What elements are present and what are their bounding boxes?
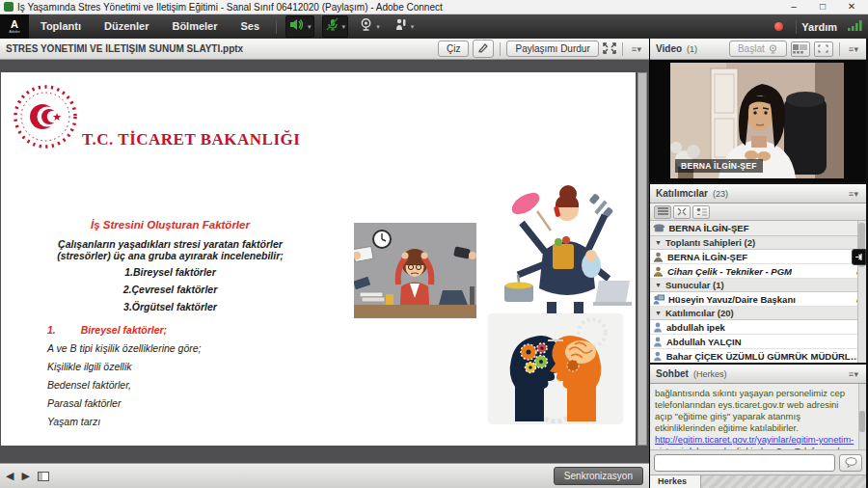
participant-name: Abdullah YALÇIN	[666, 337, 742, 347]
raise-hand-caret-icon[interactable]: ▾	[411, 23, 415, 31]
recording-indicator-icon	[774, 22, 783, 31]
attendee-icon	[653, 337, 663, 347]
microphone-muted-icon	[325, 17, 339, 36]
send-chat-icon[interactable]	[839, 454, 862, 472]
stressed-worker-image	[354, 223, 476, 322]
chat-pod-header: Sohbet (Herkes) ≡ ▾	[650, 365, 866, 384]
next-slide-button[interactable]: ▶	[21, 470, 29, 482]
shared-document-title: STRES YÖNETİMİ VE İLETİŞİM SUNUM SLAYTI.…	[6, 43, 243, 54]
multitasking-woman-image	[491, 180, 634, 325]
pointer-tool-button[interactable]	[473, 40, 494, 58]
maximize-button[interactable]: □	[808, 0, 837, 14]
participants-pod-menu-icon[interactable]: ≡ ▾	[846, 189, 860, 199]
previous-slide-button[interactable]: ◀	[6, 470, 14, 482]
chat-input[interactable]	[654, 454, 835, 472]
participant-row[interactable]: Abdullah YALÇIN	[650, 335, 866, 349]
breakout-view-icon[interactable]	[673, 205, 691, 219]
participants-scrollbar[interactable]	[857, 221, 866, 363]
titlebar: İş Yaşamında Stres Yönetimi ve İletişim …	[0, 0, 868, 14]
participant-name: Bahar ÇİÇEK ÜZÜMLÜ GÜMRÜK MÜDÜRLÜĞÜ	[666, 351, 863, 362]
sub-heading-number: 1.	[47, 324, 56, 336]
raise-hand-control[interactable]: ▾	[391, 15, 418, 38]
webcam-control[interactable]: ▾	[356, 15, 383, 38]
group-label: Katılımcılar (20)	[665, 308, 734, 318]
participants-pod-header: Katılımcılar (23) ≡ ▾	[650, 184, 866, 203]
video-layout-grid-icon[interactable]	[791, 41, 810, 57]
host-badge-icon	[653, 266, 664, 277]
menubar: A Adobe Toplantı Düzenler Bölmeler Ses ▾…	[0, 14, 868, 39]
chat-pod: Sohbet (Herkes) ≡ ▾ bağlantısında sıkınt…	[649, 365, 866, 488]
chat-tab-everyone[interactable]: Herkes	[650, 475, 701, 488]
sync-button[interactable]: Senkronizasyon	[554, 467, 643, 485]
close-button[interactable]: ✕	[837, 0, 866, 14]
adobe-logo: A Adobe	[0, 14, 29, 39]
ministry-title: T.C. TİCARET BAKANLIĞI	[82, 130, 300, 149]
menu-toplanti[interactable]: Toplantı	[29, 14, 93, 39]
video-feed: BERNA İLGİN-ŞEF	[650, 60, 866, 182]
start-webcam-label: Başlat	[738, 43, 765, 54]
video-pod-title: Video	[656, 43, 682, 54]
active-speaker-row[interactable]: ☎ BERNA İLGİN-ŞEF	[650, 221, 866, 236]
minimize-button[interactable]: –	[779, 0, 808, 14]
header-separator	[622, 42, 623, 56]
video-fullscreen-icon[interactable]	[814, 41, 833, 57]
menu-ses[interactable]: Ses	[230, 14, 272, 39]
group-header-participants[interactable]: ▼ Katılımcılar (20)	[650, 307, 866, 320]
menubar-right: Yardım	[774, 18, 868, 36]
attendee-icon	[653, 351, 663, 362]
chat-messages: bağlantısında sıkıntı yaşayan personelim…	[650, 384, 866, 450]
speaker-caret-icon[interactable]: ▾	[308, 23, 312, 31]
help-menu[interactable]: Yardım	[801, 21, 837, 33]
draw-button[interactable]: Çiz	[438, 41, 469, 57]
speaker-control[interactable]: ▾	[285, 15, 314, 38]
sub-item: Yaşam tarzı	[47, 413, 202, 431]
scrollbar-thumb[interactable]	[859, 411, 865, 432]
menu-bolmeler[interactable]: Bölmeler	[160, 14, 229, 39]
slide-intro-line2: (stresörler) üç ana gruba ayırarak incel…	[18, 250, 322, 261]
connection-signal-icon[interactable]	[847, 18, 862, 36]
ministry-logo-icon	[13, 84, 78, 153]
participant-row[interactable]: Cihan Çelik - Tekniker - PGM ✎	[650, 264, 866, 279]
webcam-caret-icon[interactable]: ▾	[376, 23, 380, 31]
stop-sharing-button[interactable]: Paylaşımı Durdur	[506, 41, 598, 57]
participant-name: BERNA İLGİN-ŞEF	[667, 252, 747, 262]
participants-toolbar	[650, 203, 866, 221]
slide-item-3: 3.Örgütsel faktörler	[18, 301, 322, 313]
list-view-icon[interactable]	[654, 205, 671, 219]
share-scrollbar[interactable]	[637, 72, 647, 446]
video-pod: Video (1) Başlat	[649, 39, 866, 182]
webcam-name-label: BERNA İLGİN-ŞEF	[675, 159, 763, 173]
chat-pod-menu-icon[interactable]: ≡ ▾	[846, 369, 860, 379]
microphone-caret-icon[interactable]: ▾	[342, 23, 346, 31]
window-controls: – □ ✕	[779, 0, 866, 14]
adobe-connect-window: İş Yaşamında Stres Yönetimi ve İletişim …	[0, 0, 868, 488]
status-view-icon[interactable]	[692, 205, 710, 219]
sidebar: Video (1) Başlat	[649, 39, 866, 488]
video-pod-header: Video (1) Başlat	[650, 39, 866, 60]
group-header-hosts[interactable]: ▼ Toplantı Sahipleri (2)	[650, 236, 866, 250]
menu-duzenler[interactable]: Düzenler	[93, 14, 160, 39]
phone-icon: ☎	[653, 223, 665, 233]
header-separator	[839, 42, 840, 56]
pointer-overlay-icon	[852, 249, 866, 265]
participant-row[interactable]: abdullah ipek	[650, 320, 866, 335]
sidebar-toggle-icon[interactable]	[38, 472, 49, 481]
start-webcam-button[interactable]: Başlat	[729, 41, 787, 57]
participant-row[interactable]: BERNA İLGİN-ŞEF	[650, 250, 866, 264]
share-pod-menu-icon[interactable]: ≡ ▾	[629, 44, 643, 54]
webcam-icon	[359, 17, 373, 36]
participant-row[interactable]: Bahar ÇİÇEK ÜZÜMLÜ GÜMRÜK MÜDÜRLÜĞÜ	[650, 349, 866, 363]
sub-item: A ve B tipi kişilik özelliklerine göre;	[47, 339, 202, 358]
fullscreen-icon[interactable]	[603, 41, 616, 58]
microphone-control[interactable]: ▾	[322, 15, 349, 38]
participant-row[interactable]: Hüseyin Yavuz/Daire Başkanı ✎	[650, 292, 866, 307]
host-badge-icon	[653, 252, 664, 262]
attendee-icon	[653, 322, 663, 333]
participants-list: ☎ BERNA İLGİN-ŞEF ▼ Toplantı Sahipleri (…	[650, 221, 866, 363]
participants-title: Katılımcılar	[656, 188, 708, 199]
chat-scrollbar[interactable]	[858, 384, 866, 449]
adobe-logo-label: Adobe	[9, 29, 20, 34]
slide-intro-line1: Çalışanların yaşadıkları stresi yaratan …	[18, 238, 322, 250]
video-pod-menu-icon[interactable]: ≡ ▾	[846, 44, 860, 54]
group-header-presenters[interactable]: ▼ Sunucular (1)	[650, 279, 866, 292]
